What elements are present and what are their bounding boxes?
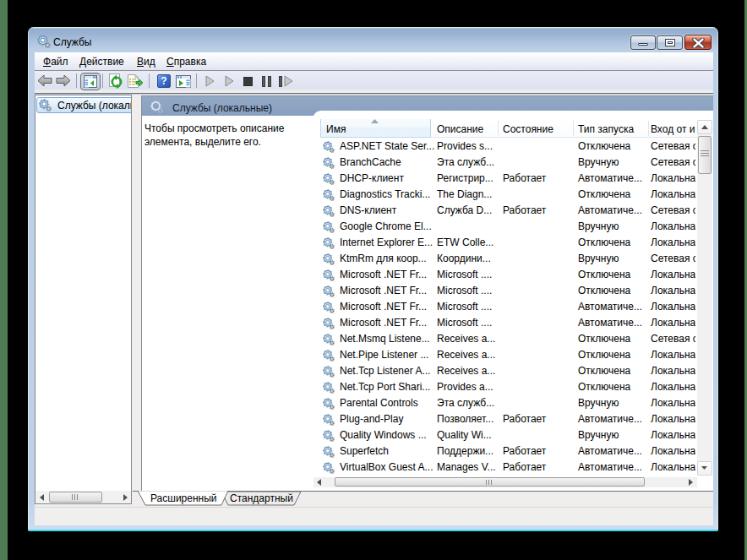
svg-text:Расширенный: Расширенный xyxy=(150,492,217,504)
svg-text:Стандартный: Стандартный xyxy=(230,492,293,504)
